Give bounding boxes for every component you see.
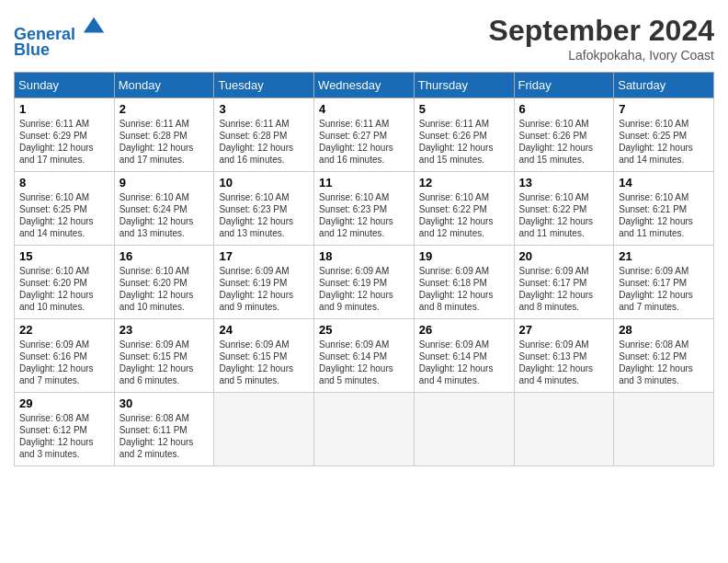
day-info: Sunrise: 6:08 AM Sunset: 6:11 PM Dayligh… — [119, 412, 210, 460]
day-info: Sunrise: 6:10 AM Sunset: 6:23 PM Dayligh… — [219, 191, 309, 239]
calendar-cell: 10Sunrise: 6:10 AM Sunset: 6:23 PM Dayli… — [214, 172, 314, 246]
logo-text: General — [14, 14, 108, 44]
calendar-cell: 9Sunrise: 6:10 AM Sunset: 6:24 PM Daylig… — [114, 172, 214, 246]
logo: General Blue — [14, 14, 108, 60]
day-number: 16 — [119, 249, 210, 263]
day-number: 11 — [319, 176, 409, 190]
day-info: Sunrise: 6:09 AM Sunset: 6:13 PM Dayligh… — [519, 339, 609, 386]
day-info: Sunrise: 6:08 AM Sunset: 6:12 PM Dayligh… — [19, 412, 109, 460]
day-info: Sunrise: 6:09 AM Sunset: 6:14 PM Dayligh… — [319, 339, 409, 386]
day-info: Sunrise: 6:09 AM Sunset: 6:17 PM Dayligh… — [519, 265, 609, 313]
calendar-cell — [214, 393, 314, 466]
day-info: Sunrise: 6:09 AM Sunset: 6:14 PM Dayligh… — [419, 339, 509, 386]
week-row-2: 8Sunrise: 6:10 AM Sunset: 6:25 PM Daylig… — [15, 172, 714, 246]
day-info: Sunrise: 6:11 AM Sunset: 6:27 PM Dayligh… — [319, 118, 409, 166]
weekday-friday: Friday — [514, 73, 614, 98]
calendar-cell: 26Sunrise: 6:09 AM Sunset: 6:14 PM Dayli… — [414, 319, 514, 393]
calendar-cell: 3Sunrise: 6:11 AM Sunset: 6:28 PM Daylig… — [214, 98, 314, 172]
weekday-sunday: Sunday — [15, 73, 115, 98]
day-number: 9 — [119, 176, 210, 190]
calendar-cell: 2Sunrise: 6:11 AM Sunset: 6:28 PM Daylig… — [114, 98, 214, 172]
day-number: 1 — [19, 102, 109, 116]
calendar-cell: 7Sunrise: 6:10 AM Sunset: 6:25 PM Daylig… — [614, 98, 714, 172]
day-info: Sunrise: 6:11 AM Sunset: 6:26 PM Dayligh… — [419, 118, 509, 166]
day-info: Sunrise: 6:10 AM Sunset: 6:22 PM Dayligh… — [519, 191, 609, 239]
calendar-cell: 11Sunrise: 6:10 AM Sunset: 6:23 PM Dayli… — [314, 172, 415, 246]
calendar-cell: 5Sunrise: 6:11 AM Sunset: 6:26 PM Daylig… — [414, 98, 514, 172]
day-number: 30 — [119, 396, 210, 410]
weekday-header-row: SundayMondayTuesdayWednesdayThursdayFrid… — [15, 73, 714, 98]
weekday-saturday: Saturday — [614, 73, 714, 98]
location: Lafokpokaha, Ivory Coast — [489, 48, 714, 63]
logo-icon — [82, 14, 108, 40]
day-info: Sunrise: 6:10 AM Sunset: 6:20 PM Dayligh… — [19, 265, 109, 313]
calendar-cell: 28Sunrise: 6:08 AM Sunset: 6:12 PM Dayli… — [614, 319, 714, 393]
day-number: 23 — [119, 323, 210, 337]
day-number: 28 — [619, 323, 709, 337]
day-info: Sunrise: 6:09 AM Sunset: 6:17 PM Dayligh… — [619, 265, 709, 313]
day-number: 7 — [619, 102, 709, 116]
weekday-wednesday: Wednesday — [314, 73, 415, 98]
calendar-cell: 23Sunrise: 6:09 AM Sunset: 6:15 PM Dayli… — [114, 319, 214, 393]
day-number: 12 — [419, 176, 509, 190]
calendar-cell: 24Sunrise: 6:09 AM Sunset: 6:15 PM Dayli… — [214, 319, 314, 393]
day-info: Sunrise: 6:10 AM Sunset: 6:21 PM Dayligh… — [619, 191, 709, 239]
calendar-cell: 20Sunrise: 6:09 AM Sunset: 6:17 PM Dayli… — [514, 246, 614, 319]
day-number: 17 — [219, 249, 309, 263]
day-info: Sunrise: 6:10 AM Sunset: 6:24 PM Dayligh… — [119, 191, 210, 239]
day-info: Sunrise: 6:09 AM Sunset: 6:18 PM Dayligh… — [419, 265, 509, 313]
day-number: 5 — [419, 102, 509, 116]
day-number: 15 — [19, 249, 109, 263]
calendar-cell: 4Sunrise: 6:11 AM Sunset: 6:27 PM Daylig… — [314, 98, 415, 172]
calendar-cell: 14Sunrise: 6:10 AM Sunset: 6:21 PM Dayli… — [614, 172, 714, 246]
day-info: Sunrise: 6:09 AM Sunset: 6:19 PM Dayligh… — [319, 265, 409, 313]
day-number: 2 — [119, 102, 210, 116]
calendar-cell: 18Sunrise: 6:09 AM Sunset: 6:19 PM Dayli… — [314, 246, 415, 319]
week-row-1: 1Sunrise: 6:11 AM Sunset: 6:29 PM Daylig… — [15, 98, 714, 172]
day-info: Sunrise: 6:09 AM Sunset: 6:16 PM Dayligh… — [19, 339, 109, 386]
day-info: Sunrise: 6:09 AM Sunset: 6:15 PM Dayligh… — [219, 339, 309, 386]
week-row-5: 29Sunrise: 6:08 AM Sunset: 6:12 PM Dayli… — [15, 393, 714, 466]
calendar-cell: 21Sunrise: 6:09 AM Sunset: 6:17 PM Dayli… — [614, 246, 714, 319]
calendar-cell: 13Sunrise: 6:10 AM Sunset: 6:22 PM Dayli… — [514, 172, 614, 246]
day-number: 10 — [219, 176, 309, 190]
day-info: Sunrise: 6:10 AM Sunset: 6:25 PM Dayligh… — [619, 118, 709, 166]
day-info: Sunrise: 6:11 AM Sunset: 6:28 PM Dayligh… — [219, 118, 309, 166]
day-number: 18 — [319, 249, 409, 263]
day-info: Sunrise: 6:10 AM Sunset: 6:20 PM Dayligh… — [119, 265, 210, 313]
day-number: 4 — [319, 102, 409, 116]
weekday-thursday: Thursday — [414, 73, 514, 98]
day-number: 22 — [19, 323, 109, 337]
day-number: 6 — [519, 102, 609, 116]
calendar-cell — [314, 393, 415, 466]
calendar-cell: 22Sunrise: 6:09 AM Sunset: 6:16 PM Dayli… — [15, 319, 115, 393]
header: General Blue September 2024 Lafokpokaha,… — [14, 14, 714, 63]
day-info: Sunrise: 6:10 AM Sunset: 6:23 PM Dayligh… — [319, 191, 409, 239]
weekday-monday: Monday — [114, 73, 214, 98]
day-info: Sunrise: 6:11 AM Sunset: 6:28 PM Dayligh… — [119, 118, 210, 166]
week-row-4: 22Sunrise: 6:09 AM Sunset: 6:16 PM Dayli… — [15, 319, 714, 393]
day-info: Sunrise: 6:10 AM Sunset: 6:22 PM Dayligh… — [419, 191, 509, 239]
calendar-cell — [414, 393, 514, 466]
day-number: 3 — [219, 102, 309, 116]
day-info: Sunrise: 6:10 AM Sunset: 6:25 PM Dayligh… — [19, 191, 109, 239]
day-info: Sunrise: 6:09 AM Sunset: 6:15 PM Dayligh… — [119, 339, 210, 386]
day-number: 14 — [619, 176, 709, 190]
day-number: 25 — [319, 323, 409, 337]
weekday-tuesday: Tuesday — [214, 73, 314, 98]
day-info: Sunrise: 6:11 AM Sunset: 6:29 PM Dayligh… — [19, 118, 109, 166]
month-title: September 2024 — [489, 14, 714, 48]
week-row-3: 15Sunrise: 6:10 AM Sunset: 6:20 PM Dayli… — [15, 246, 714, 319]
calendar-cell: 12Sunrise: 6:10 AM Sunset: 6:22 PM Dayli… — [414, 172, 514, 246]
calendar-container: General Blue September 2024 Lafokpokaha,… — [0, 0, 728, 563]
day-info: Sunrise: 6:09 AM Sunset: 6:19 PM Dayligh… — [219, 265, 309, 313]
calendar-cell: 27Sunrise: 6:09 AM Sunset: 6:13 PM Dayli… — [514, 319, 614, 393]
calendar-cell: 17Sunrise: 6:09 AM Sunset: 6:19 PM Dayli… — [214, 246, 314, 319]
calendar-cell: 25Sunrise: 6:09 AM Sunset: 6:14 PM Dayli… — [314, 319, 415, 393]
day-number: 24 — [219, 323, 309, 337]
title-section: September 2024 Lafokpokaha, Ivory Coast — [489, 14, 714, 63]
calendar-cell — [614, 393, 714, 466]
day-number: 29 — [19, 396, 109, 410]
day-number: 21 — [619, 249, 709, 263]
day-info: Sunrise: 6:10 AM Sunset: 6:26 PM Dayligh… — [519, 118, 609, 166]
